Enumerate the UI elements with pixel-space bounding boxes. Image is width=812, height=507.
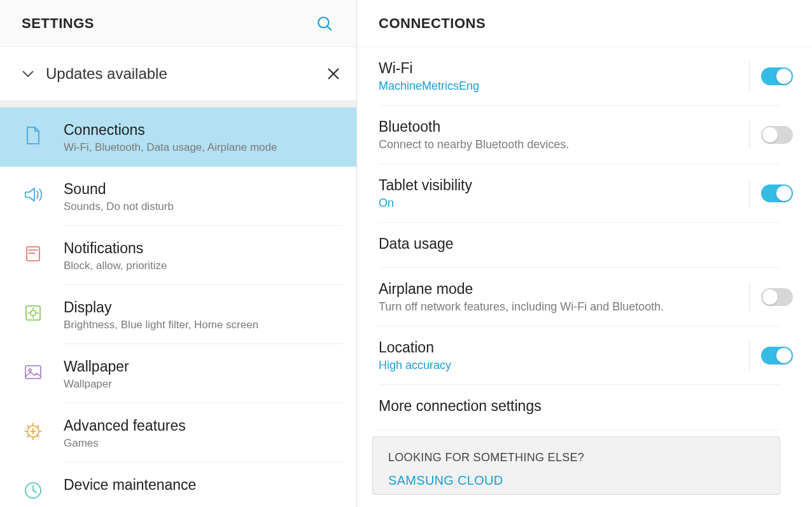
updates-banner-text: Updates available xyxy=(46,65,325,83)
settings-title: SETTINGS xyxy=(22,15,94,32)
category-maintenance[interactable]: Device maintenance xyxy=(0,462,356,507)
item-title: Location xyxy=(379,339,749,356)
looking-for-box: LOOKING FOR SOMETHING ELSE?SAMSUNG CLOUD xyxy=(372,436,780,495)
category-subtitle: Wi-Fi, Bluetooth, Data usage, Airplane m… xyxy=(64,141,344,154)
item-subtitle: On xyxy=(379,197,749,210)
svg-line-1 xyxy=(327,26,332,31)
category-title: Wallpaper xyxy=(64,358,344,375)
location-toggle[interactable] xyxy=(761,347,793,365)
chevron-down-icon xyxy=(19,65,37,83)
item-title: Tablet visibility xyxy=(379,177,749,194)
display-icon xyxy=(19,299,47,327)
category-sound[interactable]: SoundSounds, Do not disturb xyxy=(0,167,356,226)
category-subtitle: Games xyxy=(64,437,344,450)
detail-title: CONNECTIONS xyxy=(379,15,486,32)
svg-point-0 xyxy=(318,17,328,27)
looking-for-heading: LOOKING FOR SOMETHING ELSE? xyxy=(388,451,764,464)
wifi-toggle[interactable] xyxy=(761,67,793,85)
section-spacer xyxy=(0,101,356,108)
item-title: Airplane mode xyxy=(379,281,749,298)
settings-master-pane: SETTINGS Updates available ConnectionsWi… xyxy=(0,0,357,507)
item-data[interactable]: Data usage xyxy=(357,223,795,268)
category-subtitle: Block, allow, prioritize xyxy=(64,260,344,272)
item-title: Bluetooth xyxy=(379,118,749,135)
settings-detail-pane: CONNECTIONS Wi-FiMachineMetricsEngBlueto… xyxy=(357,0,812,507)
svg-point-14 xyxy=(29,369,31,372)
category-subtitle: Wallpaper xyxy=(64,378,344,391)
category-title: Device maintenance xyxy=(64,476,344,494)
visibility-toggle[interactable] xyxy=(761,184,793,202)
category-display[interactable]: DisplayBrightness, Blue light filter, Ho… xyxy=(0,285,356,344)
item-airplane[interactable]: Airplane modeTurn off network features, … xyxy=(357,268,795,326)
notifications-icon xyxy=(19,240,47,268)
item-location[interactable]: LocationHigh accuracy xyxy=(357,326,795,385)
item-more[interactable]: More connection settings xyxy=(357,385,795,430)
svg-rect-13 xyxy=(25,366,41,379)
category-subtitle: Brightness, Blue light filter, Home scre… xyxy=(64,319,344,331)
item-bluetooth[interactable]: BluetoothConnect to nearby Bluetooth dev… xyxy=(357,106,795,164)
svg-point-8 xyxy=(31,310,36,316)
advanced-icon xyxy=(19,417,47,445)
item-subtitle: Turn off network features, including Wi-… xyxy=(379,300,749,314)
category-list: ConnectionsWi-Fi, Bluetooth, Data usage,… xyxy=(0,108,356,507)
item-wifi[interactable]: Wi-FiMachineMetricsEng xyxy=(357,47,795,106)
item-subtitle: MachineMetricsEng xyxy=(379,80,749,93)
sound-icon xyxy=(19,181,47,209)
search-button[interactable] xyxy=(312,11,337,36)
category-title: Connections xyxy=(64,122,344,139)
category-title: Notifications xyxy=(64,240,344,257)
category-title: Sound xyxy=(64,181,344,198)
item-title: Wi-Fi xyxy=(379,60,749,77)
category-advanced[interactable]: Advanced featuresGames xyxy=(0,403,356,462)
item-title: Data usage xyxy=(379,235,795,253)
banner-close-button[interactable] xyxy=(325,65,342,83)
item-title: More connection settings xyxy=(379,398,795,415)
right-header: CONNECTIONS xyxy=(357,0,812,47)
airplane-toggle[interactable] xyxy=(761,288,793,306)
category-title: Display xyxy=(64,299,344,316)
connections-list: Wi-FiMachineMetricsEngBluetoothConnect t… xyxy=(357,47,812,507)
connections-icon xyxy=(19,122,47,149)
left-header: SETTINGS xyxy=(0,0,356,47)
samsung-cloud-link[interactable]: SAMSUNG CLOUD xyxy=(388,473,764,488)
category-notifications[interactable]: NotificationsBlock, allow, prioritize xyxy=(0,226,356,285)
search-icon xyxy=(316,15,333,32)
item-subtitle: Connect to nearby Bluetooth devices. xyxy=(379,138,749,151)
category-connections[interactable]: ConnectionsWi-Fi, Bluetooth, Data usage,… xyxy=(0,108,356,167)
category-subtitle: Sounds, Do not disturb xyxy=(64,200,344,213)
maintenance-icon xyxy=(19,476,47,504)
bluetooth-toggle[interactable] xyxy=(761,126,793,144)
wallpaper-icon xyxy=(19,358,47,386)
updates-banner[interactable]: Updates available xyxy=(0,47,356,101)
category-wallpaper[interactable]: WallpaperWallpaper xyxy=(0,344,356,403)
category-title: Advanced features xyxy=(64,417,344,434)
item-subtitle: High accuracy xyxy=(379,359,749,372)
svg-rect-4 xyxy=(27,247,39,261)
close-icon xyxy=(327,67,340,80)
item-visibility[interactable]: Tablet visibilityOn xyxy=(357,164,795,223)
